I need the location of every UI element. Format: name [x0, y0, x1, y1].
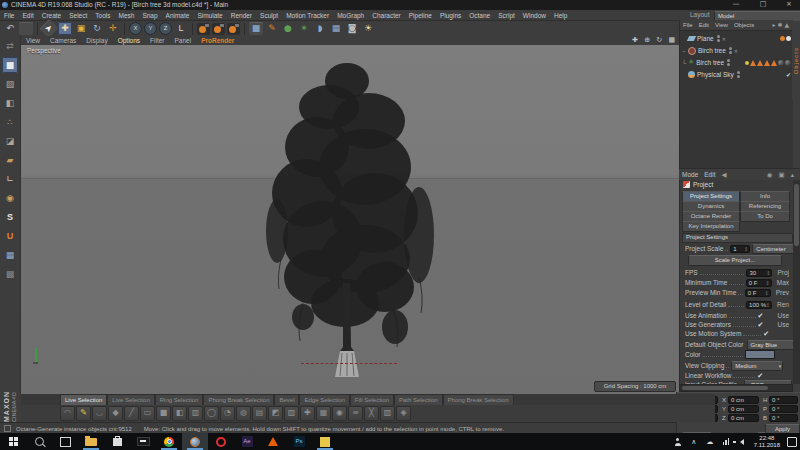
material-tag-icon[interactable] — [786, 36, 791, 41]
coordinate-system-icon[interactable]: L — [174, 22, 188, 35]
size-y-input[interactable]: 0 cm — [728, 405, 759, 413]
viewport-menu-view[interactable]: View — [21, 37, 45, 44]
tool-tab-active[interactable]: Live Selection — [60, 394, 107, 405]
menu-pipeline[interactable]: Pipeline — [405, 12, 436, 19]
use-motion-system-checkbox[interactable]: ✔ — [763, 330, 769, 338]
store-button[interactable] — [104, 433, 130, 450]
menu-character[interactable]: Character — [368, 12, 405, 19]
rot-b-input[interactable]: 0 ° — [769, 414, 798, 422]
menu-window[interactable]: Window — [519, 12, 550, 19]
object-row-physical-sky[interactable]: Physical Sky ✔ — [680, 69, 793, 80]
palette-icon[interactable]: ◯ — [204, 406, 219, 421]
workplane-lock-icon[interactable]: ▩ — [2, 266, 18, 282]
menu-help[interactable]: Help — [550, 12, 571, 19]
menu-octane[interactable]: Octane — [465, 12, 494, 19]
tool-tab[interactable]: Phong Break Selection — [203, 394, 274, 405]
task-view-button[interactable] — [52, 433, 78, 450]
use-animation-checkbox[interactable]: ✔ — [758, 312, 764, 320]
camera-label[interactable]: Perspective — [27, 47, 61, 54]
lock-y-axis-icon[interactable]: Y — [144, 22, 157, 35]
menu-mesh[interactable]: Mesh — [114, 12, 138, 19]
menu-select[interactable]: Select — [65, 12, 91, 19]
menu-create[interactable]: Create — [38, 12, 66, 19]
mode-bar-icons[interactable]: ◉ ▣ ▴ — [764, 171, 800, 179]
add-generator-icon[interactable]: ● — [281, 22, 295, 35]
om-menu-objects[interactable]: Objects — [731, 22, 757, 28]
object-name[interactable]: Physical Sky — [697, 71, 734, 78]
add-spline-icon[interactable]: ✎ — [265, 22, 279, 35]
points-mode-icon[interactable]: ∴ — [2, 114, 18, 130]
viewport-menu-prorender[interactable]: ProRender — [196, 37, 239, 44]
attribute-h-scrollbar[interactable] — [679, 384, 793, 392]
collapse-toggle[interactable]: − — [680, 48, 688, 54]
after-effects-button[interactable]: Ae — [234, 433, 260, 450]
edges-mode-icon[interactable]: ◪ — [2, 133, 18, 149]
tool-tab[interactable]: Ring Selection — [155, 394, 204, 405]
palette-icon[interactable]: ▦ — [316, 406, 331, 421]
convert-icon[interactable]: ⇄ — [2, 38, 18, 54]
sticky-notes-button[interactable] — [312, 433, 338, 450]
material-tag-icon[interactable] — [778, 60, 784, 66]
palette-icon[interactable]: ▨ — [284, 406, 299, 421]
material-tag-icon[interactable] — [785, 60, 791, 66]
palette-icon[interactable]: ◍ — [236, 406, 251, 421]
object-row-birch-tree-child[interactable]: └ ♠ Birch tree — [680, 57, 793, 68]
snap-magnet-icon[interactable]: U — [2, 228, 18, 244]
octane-tag-icon[interactable] — [780, 36, 785, 41]
rot-h-input[interactable]: 0 ° — [769, 396, 798, 404]
visibility-dots[interactable] — [729, 47, 732, 54]
people-button[interactable] — [670, 433, 686, 450]
object-name[interactable]: Plane — [697, 35, 714, 42]
view-clipping-dropdown[interactable]: Medium — [731, 361, 783, 371]
polygons-mode-icon[interactable]: ▰ — [2, 152, 18, 168]
tool-tab[interactable]: Edge Selection — [299, 394, 349, 405]
tab-to-do[interactable]: To Do — [740, 211, 790, 222]
viewport-menu-display[interactable]: Display — [81, 37, 112, 44]
octane-material-tag-icon[interactable] — [750, 60, 756, 66]
palette-icon[interactable]: ╱ — [124, 406, 139, 421]
add-environment-icon[interactable]: ▦ — [329, 22, 343, 35]
volume-button[interactable] — [734, 433, 750, 450]
linear-workflow-checkbox[interactable]: ✔ — [757, 372, 763, 380]
opera-button[interactable] — [208, 433, 234, 450]
texture-axis-mode-icon[interactable]: ◧ — [2, 95, 18, 111]
tool-tab[interactable]: Bevel — [274, 394, 299, 405]
project-scale-input[interactable]: 1 — [730, 245, 750, 253]
object-row-plane[interactable]: Plane ✕ — [680, 33, 793, 44]
section-project-settings[interactable]: Project Settings — [682, 233, 793, 243]
cinema4d-taskbar-button[interactable] — [182, 433, 208, 450]
action-center-button[interactable] — [784, 433, 800, 450]
palette-icon[interactable]: ■ — [156, 406, 171, 421]
taskbar-search-button[interactable] — [26, 433, 52, 450]
file-explorer-button[interactable] — [78, 433, 104, 450]
visibility-dots[interactable] — [727, 59, 730, 66]
viewport-menu-filter[interactable]: Filter — [145, 37, 169, 44]
add-camera-icon[interactable]: ◙ — [345, 22, 359, 35]
palette-icon[interactable]: ◈ — [396, 406, 411, 421]
spline-pen-icon[interactable]: ✎ — [76, 406, 91, 421]
history-back-icon[interactable]: ◀ — [718, 171, 729, 179]
last-used-tool[interactable]: ✛ — [106, 22, 120, 35]
close-button[interactable]: × — [782, 0, 796, 10]
palette-icon[interactable]: ✚ — [300, 406, 315, 421]
axis-mode-icon[interactable]: ∟ — [2, 171, 18, 187]
palette-icon[interactable]: ▧ — [380, 406, 395, 421]
palette-icon[interactable]: ◠ — [60, 406, 75, 421]
om-menu-edit[interactable]: Edit — [696, 22, 712, 28]
default-object-color-dropdown[interactable]: Gray Blue — [747, 340, 794, 350]
attribute-v-scrollbar[interactable] — [793, 180, 800, 384]
octane-material-tag-icon[interactable] — [771, 60, 777, 66]
birch-tree-model[interactable] — [243, 55, 455, 379]
render-settings-icon[interactable] — [227, 23, 240, 35]
viewport-menu-options[interactable]: Options — [113, 37, 145, 44]
add-mograph-icon[interactable]: ✶ — [297, 22, 311, 35]
size-x-input[interactable]: 0 cm — [728, 396, 759, 404]
taskbar-clock[interactable]: 22:48 7.11.2018 — [750, 435, 784, 449]
lock-z-axis-icon[interactable]: Z — [159, 22, 172, 35]
use-generators-checkbox[interactable]: ✔ — [758, 321, 764, 329]
menu-render[interactable]: Render — [227, 12, 256, 19]
object-name[interactable]: Birch tree — [698, 47, 726, 54]
om-menu-file[interactable]: File — [680, 22, 696, 28]
move-tool[interactable]: ✚ — [58, 22, 72, 35]
selection-tag-icon[interactable] — [745, 61, 749, 65]
